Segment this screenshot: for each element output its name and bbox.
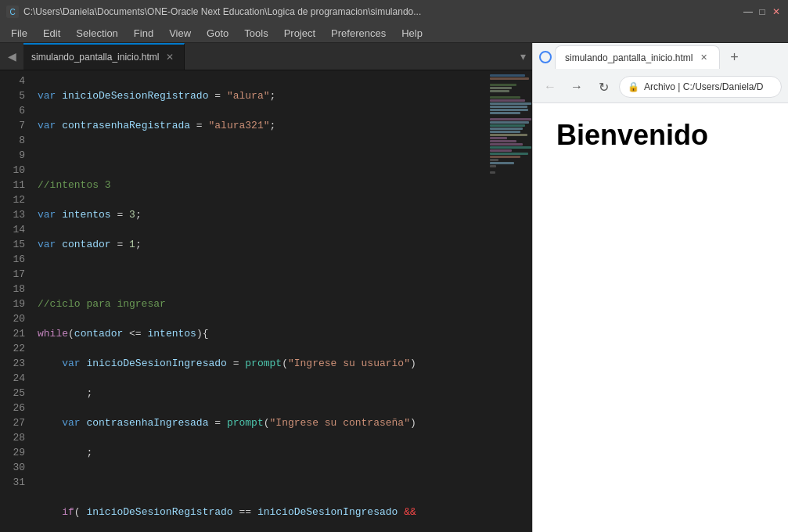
editor-tab[interactable]: simulando_pantalla_inicio.html ✕ — [23, 43, 185, 70]
menu-preferences[interactable]: Preferences — [323, 26, 394, 41]
maximize-button[interactable]: □ — [757, 6, 768, 17]
refresh-button[interactable]: ↻ — [592, 76, 614, 98]
browser-toolbar: ← → ↻ 🔒 Archivo | C:/Users/Daniela/D — [533, 71, 788, 102]
menu-view[interactable]: View — [161, 26, 199, 41]
lock-icon: 🔒 — [628, 81, 639, 92]
address-text: Archivo | C:/Users/Daniela/D — [644, 81, 773, 92]
app-icon: C — [6, 5, 19, 18]
code-content: var inicioDeSesionRegistrado = "alura"; … — [31, 70, 485, 532]
page-heading: Bienvenido — [556, 119, 765, 152]
editor-panel: ◀ simulando_pantalla_inicio.html ✕ ▾ 456… — [0, 43, 532, 532]
back-button[interactable]: ← — [539, 76, 561, 98]
browser-tabs: simulando_pantalla_inicio.html ✕ + — [533, 43, 788, 71]
tab-nav-left[interactable]: ◀ — [0, 43, 23, 70]
menu-goto[interactable]: Goto — [199, 26, 236, 41]
title-bar: C C:\Users\Daniela\Documents\ONE-Oracle … — [0, 0, 788, 23]
tab-close-button[interactable]: ✕ — [164, 51, 176, 63]
address-bar[interactable]: 🔒 Archivo | C:/Users/Daniela/D — [619, 76, 782, 98]
browser-tab-icon — [539, 51, 552, 63]
forward-button[interactable]: → — [566, 76, 588, 98]
menu-find[interactable]: Find — [126, 26, 161, 41]
line-numbers: 456789 101112131415 161718192021 2223242… — [0, 70, 31, 532]
tab-dropdown[interactable]: ▾ — [513, 43, 532, 70]
browser-tab-label: simulando_pantalla_inicio.html — [565, 52, 693, 63]
menu-help[interactable]: Help — [394, 26, 430, 41]
window-controls[interactable]: — □ ✕ — [743, 6, 782, 17]
browser-new-tab-button[interactable]: + — [723, 46, 745, 68]
menu-tools[interactable]: Tools — [236, 26, 275, 41]
menu-selection[interactable]: Selection — [68, 26, 125, 41]
menu-file[interactable]: File — [3, 26, 35, 41]
minimize-button[interactable]: — — [743, 6, 754, 17]
menu-bar: File Edit Selection Find View Goto Tools… — [0, 23, 788, 43]
minimap — [485, 70, 532, 532]
main-area: ◀ simulando_pantalla_inicio.html ✕ ▾ 456… — [0, 43, 788, 532]
browser-tab-close[interactable]: ✕ — [697, 52, 710, 64]
title-text: C:\Users\Daniela\Documents\ONE-Oracle Ne… — [23, 6, 738, 17]
browser-panel: simulando_pantalla_inicio.html ✕ + ← → ↻… — [532, 43, 788, 532]
browser-chrome: simulando_pantalla_inicio.html ✕ + ← → ↻… — [533, 43, 788, 103]
tab-label: simulando_pantalla_inicio.html — [31, 52, 159, 63]
code-area[interactable]: 456789 101112131415 161718192021 2223242… — [0, 70, 532, 532]
menu-project[interactable]: Project — [276, 26, 323, 41]
menu-edit[interactable]: Edit — [35, 26, 68, 41]
browser-tab[interactable]: simulando_pantalla_inicio.html ✕ — [555, 45, 720, 69]
browser-content: Bienvenido — [533, 103, 788, 532]
tab-bar: ◀ simulando_pantalla_inicio.html ✕ ▾ — [0, 43, 532, 70]
close-button[interactable]: ✕ — [771, 6, 782, 17]
